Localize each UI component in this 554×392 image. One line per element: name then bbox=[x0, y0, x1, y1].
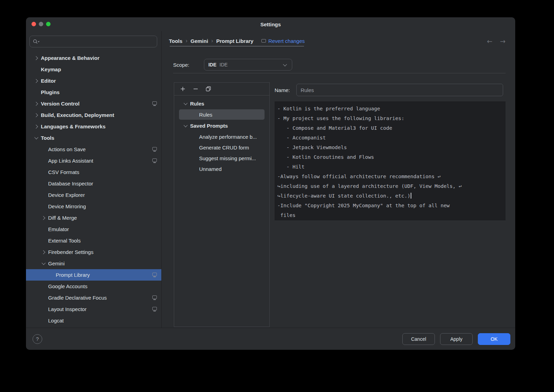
editor-line: - My project uses the following librarie… bbox=[277, 113, 503, 123]
sidebar-item-label: Gemini bbox=[48, 261, 65, 266]
ok-button[interactable]: OK bbox=[478, 333, 510, 345]
back-icon[interactable]: ← bbox=[487, 37, 492, 45]
sidebar-item-gemini[interactable]: Gemini bbox=[26, 258, 161, 269]
chevron-right-icon[interactable] bbox=[34, 101, 39, 107]
sidebar-item-emulator[interactable]: Emulator bbox=[26, 224, 161, 235]
chevron-right-icon[interactable] bbox=[34, 112, 39, 118]
chevron-spacer bbox=[34, 67, 39, 72]
sidebar-item-label: Device Mirroring bbox=[48, 203, 86, 209]
close-icon[interactable] bbox=[32, 22, 36, 26]
chevron-spacer bbox=[41, 284, 46, 289]
sidebar-item-version-control[interactable]: Version Control bbox=[26, 98, 161, 109]
sidebar-item-diff-merge[interactable]: Diff & Merge bbox=[26, 212, 161, 224]
scope-row: Scope: IDE IDE bbox=[173, 59, 292, 71]
breadcrumb-gemini[interactable]: Gemini bbox=[190, 38, 208, 44]
sidebar-item-label: Build, Execution, Deployment bbox=[41, 112, 114, 118]
sidebar-item-keymap[interactable]: Keymap bbox=[26, 64, 161, 75]
add-button[interactable] bbox=[180, 86, 186, 92]
search-icon bbox=[33, 39, 40, 44]
sidebar-item-layout-inspector[interactable]: Layout Inspector bbox=[26, 303, 161, 315]
chevron-right-icon[interactable] bbox=[41, 215, 46, 221]
breadcrumb-separator: › bbox=[186, 38, 187, 44]
settings-search[interactable] bbox=[29, 36, 157, 47]
sidebar-item-firebender-settings[interactable]: Firebender Settings bbox=[26, 246, 161, 258]
settings-tree: Appearance & Behavior Keymap Editor Plug… bbox=[26, 52, 161, 326]
ide-config-icon bbox=[152, 158, 157, 162]
sidebar-item-csv-formats[interactable]: CSV Formats bbox=[26, 166, 161, 178]
sidebar-item-label: Plugins bbox=[41, 89, 60, 95]
chevron-down-icon[interactable] bbox=[183, 123, 188, 128]
sidebar-item-label: Gradle Declarative Focus bbox=[48, 295, 107, 301]
chevron-down-icon[interactable] bbox=[183, 101, 188, 106]
history-nav: ← → bbox=[487, 37, 506, 45]
ide-config-icon bbox=[152, 307, 157, 310]
settings-sidebar: Appearance & Behavior Keymap Editor Plug… bbox=[26, 31, 162, 328]
tree-item-label: Unnamed bbox=[199, 166, 222, 172]
sidebar-item-appearance-behavior[interactable]: Appearance & Behavior bbox=[26, 52, 161, 64]
sidebar-item-prompt-library[interactable]: Prompt Library bbox=[26, 269, 161, 281]
tree-item-unnamed[interactable]: Unnamed bbox=[179, 164, 265, 174]
sidebar-item-actions-on-save[interactable]: Actions on Save bbox=[26, 144, 161, 155]
traffic-lights bbox=[32, 22, 51, 26]
sidebar-item-logcat[interactable]: Logcat bbox=[26, 315, 161, 326]
copy-button[interactable] bbox=[205, 86, 212, 92]
prompt-tree-toolbar bbox=[174, 83, 269, 95]
help-button[interactable]: ? bbox=[33, 334, 42, 344]
chevron-right-icon[interactable] bbox=[34, 55, 39, 61]
sidebar-item-device-mirroring[interactable]: Device Mirroring bbox=[26, 201, 161, 212]
editor-line: - Kotlin is the preferred language bbox=[277, 104, 503, 113]
sidebar-item-languages-frameworks[interactable]: Languages & Frameworks bbox=[26, 121, 161, 132]
editor-line: -Always follow official architecture rec… bbox=[277, 172, 503, 181]
window-title: Settings bbox=[260, 21, 281, 27]
tree-item-analyze-performance[interactable]: Analyze performance b... bbox=[179, 131, 265, 142]
chevron-down-icon[interactable] bbox=[41, 261, 46, 266]
chevron-down-icon[interactable] bbox=[34, 135, 39, 141]
chevron-spacer bbox=[41, 238, 46, 244]
sidebar-item-label: Database Inspector bbox=[48, 181, 93, 186]
sidebar-item-google-accounts[interactable]: Google Accounts bbox=[26, 281, 161, 292]
breadcrumb: Tools › Gemini › Prompt Library Revert c… bbox=[169, 37, 305, 45]
sidebar-item-editor[interactable]: Editor bbox=[26, 75, 161, 86]
forward-icon[interactable]: → bbox=[500, 37, 506, 45]
editor-line: ↪lifecycle-aware UI state collection., e… bbox=[277, 191, 503, 201]
sidebar-item-external-tools[interactable]: External Tools bbox=[26, 235, 161, 246]
section-divider bbox=[173, 73, 506, 73]
settings-window: Settings Appearance & Behavior Keymap Ed… bbox=[26, 17, 515, 350]
chevron-right-icon[interactable] bbox=[34, 124, 39, 129]
cancel-button[interactable]: Cancel bbox=[402, 333, 435, 345]
chevron-right-icon[interactable] bbox=[41, 249, 46, 255]
sidebar-item-label: Emulator bbox=[48, 226, 69, 232]
breadcrumb-tools[interactable]: Tools bbox=[169, 38, 182, 44]
tree-item-rules[interactable]: Rules bbox=[179, 109, 265, 120]
titlebar: Settings bbox=[26, 17, 515, 31]
prompt-text-editor[interactable]: - Kotlin is the preferred language - My … bbox=[275, 101, 506, 220]
tree-item-suggest-missing-permissions[interactable]: Suggest missing permi... bbox=[179, 153, 265, 163]
sidebar-item-database-inspector[interactable]: Database Inspector bbox=[26, 178, 161, 189]
prompt-name-input[interactable] bbox=[296, 84, 503, 96]
sidebar-item-tools[interactable]: Tools bbox=[26, 132, 161, 144]
sidebar-item-app-links-assistant[interactable]: App Links Assistant bbox=[26, 155, 161, 166]
revert-changes-link[interactable]: Revert changes bbox=[261, 38, 305, 44]
tree-item-generate-crud-form[interactable]: Generate CRUD form bbox=[179, 142, 265, 153]
dialog-footer: ? Cancel Apply OK bbox=[26, 328, 515, 350]
scope-value: IDE bbox=[220, 62, 227, 67]
editor-line: ↪including use of a layered architecture… bbox=[277, 181, 503, 191]
sidebar-item-device-explorer[interactable]: Device Explorer bbox=[26, 189, 161, 201]
sidebar-item-build-execution-deployment[interactable]: Build, Execution, Deployment bbox=[26, 109, 161, 121]
sidebar-item-plugins[interactable]: Plugins bbox=[26, 86, 161, 98]
remove-button[interactable] bbox=[193, 86, 199, 92]
sidebar-item-label: Prompt Library bbox=[56, 272, 90, 278]
tree-group-saved-prompts[interactable]: Saved Prompts bbox=[174, 120, 269, 131]
minimize-icon[interactable] bbox=[39, 22, 43, 26]
chevron-spacer bbox=[41, 227, 46, 232]
sidebar-item-label: Actions on Save bbox=[48, 146, 86, 152]
sidebar-item-gradle-declarative-focus[interactable]: Gradle Declarative Focus bbox=[26, 292, 161, 303]
search-input[interactable] bbox=[40, 39, 154, 44]
scope-select[interactable]: IDE IDE bbox=[204, 59, 292, 71]
tree-group-rules[interactable]: Rules bbox=[174, 98, 269, 109]
sidebar-item-label: External Tools bbox=[48, 238, 81, 244]
apply-button[interactable]: Apply bbox=[440, 333, 473, 345]
chevron-right-icon[interactable] bbox=[34, 78, 39, 84]
zoom-icon[interactable] bbox=[46, 22, 51, 26]
ide-config-icon bbox=[152, 101, 157, 105]
